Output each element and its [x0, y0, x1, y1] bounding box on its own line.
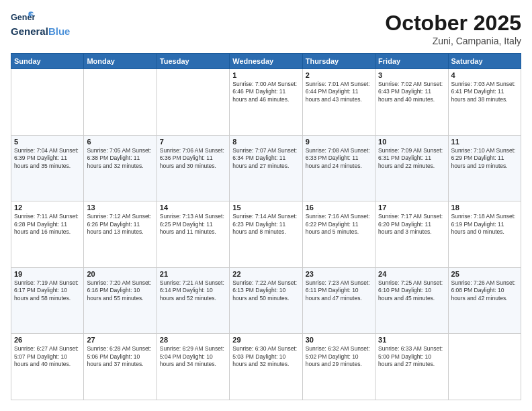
day-number: 25	[451, 270, 518, 278]
logo-general: General	[11, 26, 48, 37]
calendar-cell: 11Sunrise: 7:10 AM Sunset: 6:29 PM Dayli…	[448, 135, 521, 201]
day-info: Sunrise: 7:17 AM Sunset: 6:20 PM Dayligh…	[378, 213, 445, 236]
calendar-table: SundayMondayTuesdayWednesdayThursdayFrid…	[11, 53, 521, 400]
day-info: Sunrise: 7:05 AM Sunset: 6:38 PM Dayligh…	[87, 147, 153, 170]
day-number: 23	[306, 270, 372, 278]
calendar-cell: 14Sunrise: 7:13 AM Sunset: 6:25 PM Dayli…	[157, 201, 229, 268]
calendar-cell: 31Sunrise: 6:33 AM Sunset: 5:00 PM Dayli…	[375, 334, 448, 400]
calendar-cell	[157, 69, 229, 136]
day-info: Sunrise: 7:03 AM Sunset: 6:41 PM Dayligh…	[451, 81, 518, 103]
day-info: Sunrise: 7:26 AM Sunset: 6:08 PM Dayligh…	[451, 279, 518, 302]
calendar-cell: 22Sunrise: 7:22 AM Sunset: 6:13 PM Dayli…	[230, 267, 302, 334]
day-number: 10	[378, 138, 445, 146]
day-info: Sunrise: 7:25 AM Sunset: 6:10 PM Dayligh…	[378, 279, 445, 302]
calendar-cell: 23Sunrise: 7:23 AM Sunset: 6:11 PM Dayli…	[302, 267, 375, 334]
day-info: Sunrise: 7:02 AM Sunset: 6:43 PM Dayligh…	[378, 81, 445, 103]
day-info: Sunrise: 7:11 AM Sunset: 6:28 PM Dayligh…	[14, 213, 81, 236]
calendar-week-3: 19Sunrise: 7:19 AM Sunset: 6:17 PM Dayli…	[11, 267, 521, 334]
calendar-cell: 30Sunrise: 6:32 AM Sunset: 5:02 PM Dayli…	[302, 334, 375, 400]
day-info: Sunrise: 7:07 AM Sunset: 6:34 PM Dayligh…	[232, 147, 299, 170]
day-number: 17	[378, 203, 445, 212]
day-info: Sunrise: 7:00 AM Sunset: 6:46 PM Dayligh…	[232, 81, 299, 103]
calendar-week-4: 26Sunrise: 6:27 AM Sunset: 5:07 PM Dayli…	[11, 334, 521, 400]
logo-icon: General	[11, 11, 35, 24]
calendar-cell: 9Sunrise: 7:08 AM Sunset: 6:33 PM Daylig…	[302, 135, 375, 201]
day-info: Sunrise: 7:19 AM Sunset: 6:17 PM Dayligh…	[14, 279, 81, 302]
page: General General Blue October 2025 Zuni, …	[0, 0, 532, 411]
day-number: 7	[160, 138, 226, 146]
calendar-week-1: 5Sunrise: 7:04 AM Sunset: 6:39 PM Daylig…	[11, 135, 521, 201]
calendar-cell: 1Sunrise: 7:00 AM Sunset: 6:46 PM Daylig…	[230, 69, 302, 136]
day-number: 20	[87, 270, 153, 278]
day-number: 16	[306, 203, 372, 212]
calendar-cell: 20Sunrise: 7:20 AM Sunset: 6:16 PM Dayli…	[84, 267, 157, 334]
calendar-cell: 15Sunrise: 7:14 AM Sunset: 6:23 PM Dayli…	[230, 201, 302, 268]
day-number: 13	[87, 203, 153, 212]
header: General General Blue October 2025 Zuni, …	[11, 11, 521, 46]
day-number: 27	[87, 336, 153, 344]
calendar-cell: 8Sunrise: 7:07 AM Sunset: 6:34 PM Daylig…	[230, 135, 302, 201]
calendar-cell: 24Sunrise: 7:25 AM Sunset: 6:10 PM Dayli…	[375, 267, 448, 334]
day-info: Sunrise: 6:30 AM Sunset: 5:03 PM Dayligh…	[232, 345, 299, 368]
calendar-cell: 13Sunrise: 7:12 AM Sunset: 6:26 PM Dayli…	[84, 201, 157, 268]
day-number: 29	[232, 336, 299, 344]
subtitle: Zuni, Campania, Italy	[385, 36, 521, 46]
day-number: 8	[232, 138, 299, 146]
calendar-cell: 4Sunrise: 7:03 AM Sunset: 6:41 PM Daylig…	[448, 69, 521, 136]
calendar-cell: 16Sunrise: 7:16 AM Sunset: 6:22 PM Dayli…	[302, 201, 375, 268]
calendar-cell: 17Sunrise: 7:17 AM Sunset: 6:20 PM Dayli…	[375, 201, 448, 268]
day-number: 30	[306, 336, 372, 344]
calendar-cell: 7Sunrise: 7:06 AM Sunset: 6:36 PM Daylig…	[157, 135, 229, 201]
day-number: 5	[14, 138, 81, 146]
logo-blue: Blue	[48, 26, 71, 37]
day-number: 15	[232, 203, 299, 212]
day-info: Sunrise: 7:01 AM Sunset: 6:44 PM Dayligh…	[306, 81, 372, 103]
day-number: 26	[14, 336, 81, 344]
day-info: Sunrise: 7:20 AM Sunset: 6:16 PM Dayligh…	[87, 279, 153, 302]
day-info: Sunrise: 6:33 AM Sunset: 5:00 PM Dayligh…	[378, 345, 445, 368]
day-info: Sunrise: 7:13 AM Sunset: 6:25 PM Dayligh…	[160, 213, 226, 236]
calendar-cell: 21Sunrise: 7:21 AM Sunset: 6:14 PM Dayli…	[157, 267, 229, 334]
month-title: October 2025	[385, 11, 521, 36]
day-info: Sunrise: 6:32 AM Sunset: 5:02 PM Dayligh…	[306, 345, 372, 368]
day-info: Sunrise: 7:23 AM Sunset: 6:11 PM Dayligh…	[306, 279, 372, 302]
calendar-header-sunday: Sunday	[11, 54, 84, 69]
title-section: October 2025 Zuni, Campania, Italy	[385, 11, 521, 46]
calendar-cell: 6Sunrise: 7:05 AM Sunset: 6:38 PM Daylig…	[84, 135, 157, 201]
calendar-cell: 28Sunrise: 6:29 AM Sunset: 5:04 PM Dayli…	[157, 334, 229, 400]
day-info: Sunrise: 6:27 AM Sunset: 5:07 PM Dayligh…	[14, 345, 81, 368]
day-number: 3	[378, 71, 445, 79]
calendar-cell: 29Sunrise: 6:30 AM Sunset: 5:03 PM Dayli…	[230, 334, 302, 400]
day-number: 9	[306, 138, 372, 146]
calendar-header-row: SundayMondayTuesdayWednesdayThursdayFrid…	[11, 54, 521, 69]
day-number: 1	[232, 71, 299, 79]
calendar-cell: 5Sunrise: 7:04 AM Sunset: 6:39 PM Daylig…	[11, 135, 84, 201]
calendar-cell: 18Sunrise: 7:18 AM Sunset: 6:19 PM Dayli…	[448, 201, 521, 268]
day-info: Sunrise: 7:09 AM Sunset: 6:31 PM Dayligh…	[378, 147, 445, 170]
calendar-cell: 25Sunrise: 7:26 AM Sunset: 6:08 PM Dayli…	[448, 267, 521, 334]
calendar-header-friday: Friday	[375, 54, 448, 69]
calendar-cell	[448, 334, 521, 400]
day-info: Sunrise: 7:10 AM Sunset: 6:29 PM Dayligh…	[451, 147, 518, 170]
day-info: Sunrise: 6:29 AM Sunset: 5:04 PM Dayligh…	[160, 345, 226, 368]
day-number: 4	[451, 71, 518, 79]
day-info: Sunrise: 6:28 AM Sunset: 5:06 PM Dayligh…	[87, 345, 153, 368]
calendar-week-0: 1Sunrise: 7:00 AM Sunset: 6:46 PM Daylig…	[11, 69, 521, 136]
calendar-cell: 10Sunrise: 7:09 AM Sunset: 6:31 PM Dayli…	[375, 135, 448, 201]
day-info: Sunrise: 7:21 AM Sunset: 6:14 PM Dayligh…	[160, 279, 226, 302]
day-info: Sunrise: 7:12 AM Sunset: 6:26 PM Dayligh…	[87, 213, 153, 236]
calendar-week-2: 12Sunrise: 7:11 AM Sunset: 6:28 PM Dayli…	[11, 201, 521, 268]
day-number: 28	[160, 336, 226, 344]
day-number: 12	[14, 203, 81, 212]
day-number: 6	[87, 138, 153, 146]
day-info: Sunrise: 7:14 AM Sunset: 6:23 PM Dayligh…	[232, 213, 299, 236]
calendar-cell: 12Sunrise: 7:11 AM Sunset: 6:28 PM Dayli…	[11, 201, 84, 268]
calendar-cell: 3Sunrise: 7:02 AM Sunset: 6:43 PM Daylig…	[375, 69, 448, 136]
day-number: 19	[14, 270, 81, 278]
calendar-header-tuesday: Tuesday	[157, 54, 229, 69]
calendar-header-monday: Monday	[84, 54, 157, 69]
day-number: 14	[160, 203, 226, 212]
day-number: 22	[232, 270, 299, 278]
calendar-cell	[11, 69, 84, 136]
day-info: Sunrise: 7:06 AM Sunset: 6:36 PM Dayligh…	[160, 147, 226, 170]
